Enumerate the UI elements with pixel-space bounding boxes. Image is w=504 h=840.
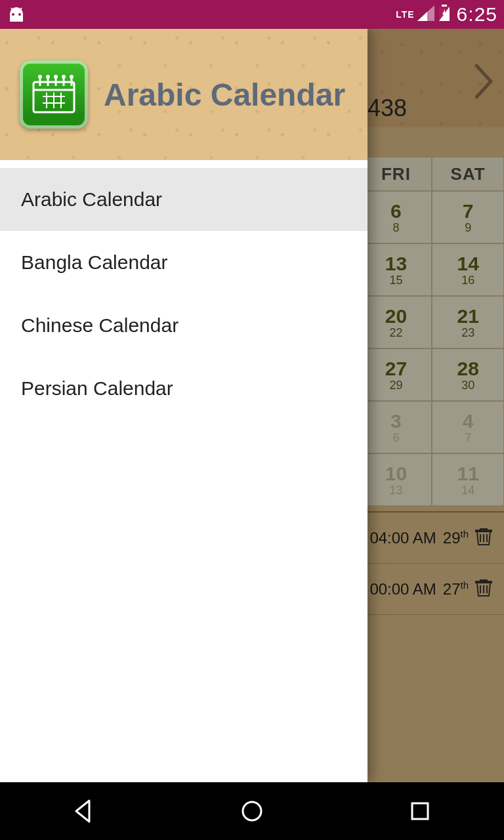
svg-point-11 — [70, 75, 74, 79]
drawer-item-bangla[interactable]: Bangla Calendar — [0, 231, 368, 294]
svg-point-0 — [12, 13, 14, 16]
drawer-item-label: Persian Calendar — [21, 377, 173, 400]
drawer-item-label: Chinese Calendar — [21, 314, 178, 337]
svg-point-7 — [38, 75, 42, 79]
recents-button[interactable] — [406, 797, 434, 826]
svg-point-1 — [18, 13, 21, 16]
drawer-item-label: Arabic Calendar — [21, 188, 162, 211]
status-clock: 6:25 — [457, 3, 497, 26]
svg-point-9 — [54, 75, 58, 79]
svg-point-10 — [62, 75, 66, 79]
back-button[interactable] — [70, 797, 98, 826]
navigation-drawer: Arabic Calendar Arabic Calendar Bangla C… — [0, 29, 368, 782]
drawer-item-chinese[interactable]: Chinese Calendar — [0, 294, 368, 357]
drawer-item-label: Bangla Calendar — [21, 251, 168, 274]
drawer-item-persian[interactable]: Persian Calendar — [0, 357, 368, 420]
drawer-item-list: Arabic Calendar Bangla Calendar Chinese … — [0, 160, 368, 782]
drawer-item-arabic[interactable]: Arabic Calendar — [0, 168, 368, 231]
svg-rect-13 — [412, 803, 428, 819]
battery-icon — [438, 5, 450, 24]
android-notification-icon — [7, 6, 26, 23]
drawer-title: Arabic Calendar — [104, 77, 345, 113]
network-type-label: LTE — [396, 9, 414, 20]
android-nav-bar — [0, 782, 504, 840]
svg-rect-4 — [442, 5, 447, 7]
app-icon — [20, 60, 88, 129]
svg-point-12 — [243, 802, 261, 820]
drawer-header: Arabic Calendar — [0, 29, 368, 160]
svg-point-8 — [46, 75, 50, 79]
home-button[interactable] — [238, 797, 266, 826]
signal-icon — [417, 5, 434, 24]
status-bar: LTE 6:25 — [0, 0, 504, 29]
